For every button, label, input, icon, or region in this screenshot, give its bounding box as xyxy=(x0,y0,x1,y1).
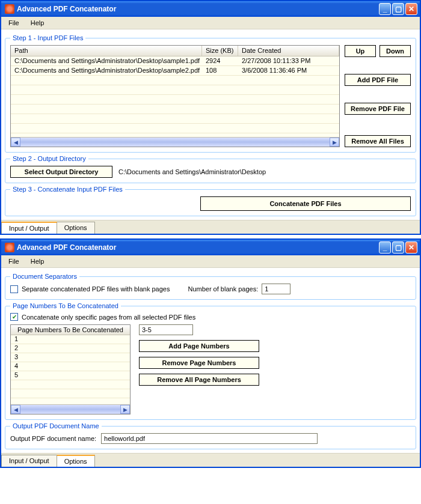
separators-group: Document Separators Separate concatenate… xyxy=(5,273,416,300)
minimize-button[interactable]: _ xyxy=(379,241,391,254)
col-date[interactable]: Date Created xyxy=(238,46,339,56)
titlebar[interactable]: Advanced PDF Concatenator _ ▢ ✕ xyxy=(1,240,420,255)
concat-specific-label: Concatenate only specific pages from all… xyxy=(22,314,195,321)
output-name-legend: Output PDF Document Name xyxy=(10,422,102,430)
scroll-track[interactable] xyxy=(20,405,120,414)
separate-checkbox[interactable] xyxy=(10,285,18,293)
content: Document Separators Separate concatenate… xyxy=(1,268,420,453)
step2-legend: Step 2 - Output Directory xyxy=(10,155,88,162)
list-header: Path Size (KB) Date Created xyxy=(11,46,339,56)
window-title: Advanced PDF Concatenator xyxy=(17,243,378,252)
tab-input-output[interactable]: Input / Output xyxy=(1,222,57,234)
table-row xyxy=(11,95,339,105)
content: Step 1 - Input PDF Files Path Size (KB) … xyxy=(1,29,420,220)
remove-page-numbers-button[interactable]: Remove Page Numbers xyxy=(139,357,259,369)
list-item[interactable]: 3 xyxy=(11,353,130,362)
cell-date: 2/27/2008 10:11:33 PM xyxy=(238,56,339,65)
remove-pdf-button[interactable]: Remove PDF File xyxy=(345,103,411,115)
table-row xyxy=(11,85,339,95)
close-button[interactable]: ✕ xyxy=(405,3,417,15)
menubar: File Help xyxy=(1,17,420,29)
page-range-input[interactable] xyxy=(139,324,193,335)
menu-file[interactable]: File xyxy=(4,257,24,266)
output-name-group: Output PDF Document Name Output PDF docu… xyxy=(5,422,416,449)
maximize-button[interactable]: ▢ xyxy=(392,241,404,254)
close-button[interactable]: ✕ xyxy=(405,241,417,254)
window-title: Advanced PDF Concatenator xyxy=(17,5,378,13)
concatenate-button[interactable]: Concatenate PDF Files xyxy=(200,196,411,211)
step3-legend: Step 3 - Concatenate Input PDF Files xyxy=(10,186,125,193)
concat-specific-checkbox[interactable]: ✔ xyxy=(10,313,18,321)
menubar: File Help xyxy=(1,255,420,268)
app-icon xyxy=(5,4,14,14)
window-io: Advanced PDF Concatenator _ ▢ ✕ File Hel… xyxy=(0,0,421,235)
tabbar: Input / Output Options xyxy=(1,220,420,234)
tab-options[interactable]: Options xyxy=(57,222,95,234)
table-row xyxy=(11,124,339,133)
cell-size: 2924 xyxy=(202,56,238,65)
col-size[interactable]: Size (KB) xyxy=(202,46,238,56)
list-item[interactable]: 1 xyxy=(11,335,130,344)
step3-group: Step 3 - Concatenate Input PDF Files Con… xyxy=(5,186,416,216)
output-name-input[interactable] xyxy=(101,433,318,444)
cell-size: 108 xyxy=(202,66,238,75)
hscrollbar[interactable]: ◀ ▶ xyxy=(11,404,130,414)
select-output-dir-button[interactable]: Select Output Directory xyxy=(10,166,112,178)
scroll-left-icon[interactable]: ◀ xyxy=(11,405,20,414)
col-path[interactable]: Path xyxy=(11,46,202,56)
menu-help[interactable]: Help xyxy=(26,18,49,28)
cell-date: 3/6/2008 11:36:46 PM xyxy=(238,66,339,75)
table-row[interactable]: C:\Documents and Settings\Administrator\… xyxy=(11,56,339,66)
table-row[interactable]: C:\Documents and Settings\Administrator\… xyxy=(11,66,339,76)
menu-help[interactable]: Help xyxy=(26,257,49,266)
cell-path: C:\Documents and Settings\Administrator\… xyxy=(11,56,202,65)
list-item xyxy=(11,389,130,398)
table-row xyxy=(11,105,339,114)
add-pdf-button[interactable]: Add PDF File xyxy=(345,74,411,86)
remove-all-button[interactable]: Remove All Files xyxy=(345,135,411,147)
separate-label: Separate concatenated PDF files with bla… xyxy=(22,285,170,293)
num-blank-input[interactable] xyxy=(262,284,290,294)
output-dir-path: C:\Documents and Settings\Administrator\… xyxy=(118,168,266,175)
pagenumbers-legend: Page Numbers To Be Concatenated xyxy=(10,302,121,309)
output-name-label: Output PDF document name: xyxy=(10,435,96,442)
table-row xyxy=(11,114,339,124)
titlebar[interactable]: Advanced PDF Concatenator _ ▢ ✕ xyxy=(1,1,420,17)
step1-legend: Step 1 - Input PDF Files xyxy=(10,34,85,41)
table-row xyxy=(11,76,339,85)
scroll-track[interactable] xyxy=(20,138,330,147)
maximize-button[interactable]: ▢ xyxy=(392,3,404,15)
side-buttons: Up Down Add PDF File Remove PDF File Rem… xyxy=(345,45,411,147)
app-icon xyxy=(5,243,14,252)
list-body: C:\Documents and Settings\Administrator\… xyxy=(11,56,339,137)
list-item[interactable]: 4 xyxy=(11,362,130,371)
pdf-list[interactable]: Path Size (KB) Date Created C:\Documents… xyxy=(10,45,340,147)
hscrollbar[interactable]: ◀ ▶ xyxy=(11,137,339,147)
step1-group: Step 1 - Input PDF Files Path Size (KB) … xyxy=(5,34,416,153)
tab-input-output[interactable]: Input / Output xyxy=(1,455,57,467)
window-options: Advanced PDF Concatenator _ ▢ ✕ File Hel… xyxy=(0,238,421,468)
page-list-header[interactable]: Page Numbers To Be Concatenated xyxy=(11,325,130,335)
step2-group: Step 2 - Output Directory Select Output … xyxy=(5,155,416,183)
scroll-right-icon[interactable]: ▶ xyxy=(120,405,130,414)
scroll-left-icon[interactable]: ◀ xyxy=(11,138,20,147)
num-blank-label: Number of blank pages: xyxy=(188,285,258,293)
tabbar: Input / Output Options xyxy=(1,453,420,467)
add-page-numbers-button[interactable]: Add Page Numbers xyxy=(139,340,259,352)
tab-options[interactable]: Options xyxy=(57,455,95,467)
list-item xyxy=(11,380,130,389)
pagenumbers-group: Page Numbers To Be Concatenated ✔ Concat… xyxy=(5,302,416,420)
scroll-right-icon[interactable]: ▶ xyxy=(330,138,339,147)
remove-all-page-numbers-button[interactable]: Remove All Page Numbers xyxy=(139,374,259,386)
down-button[interactable]: Down xyxy=(380,45,411,57)
list-item[interactable]: 5 xyxy=(11,371,130,380)
page-list[interactable]: Page Numbers To Be Concatenated 1 2 3 4 … xyxy=(10,324,131,414)
cell-path: C:\Documents and Settings\Administrator\… xyxy=(11,66,202,75)
list-item[interactable]: 2 xyxy=(11,344,130,353)
up-button[interactable]: Up xyxy=(345,45,376,57)
separators-legend: Document Separators xyxy=(10,273,79,280)
minimize-button[interactable]: _ xyxy=(379,3,391,15)
menu-file[interactable]: File xyxy=(4,18,24,28)
